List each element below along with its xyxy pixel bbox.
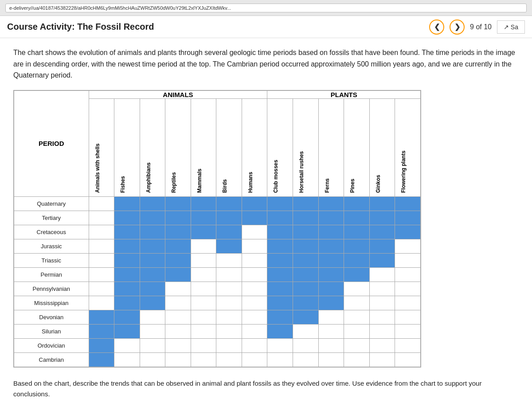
data-cell-triassic-fishes xyxy=(114,253,140,267)
data-cell-mississippian-animals-with-shells xyxy=(89,296,114,310)
period-cell-jurassic: Jurassic xyxy=(14,239,89,253)
data-cell-triassic-animals-with-shells xyxy=(89,253,114,267)
data-cell-quaternary-horsetail-rushes xyxy=(293,196,319,211)
data-cell-cretaceous-mammals xyxy=(191,225,216,239)
data-cell-mississippian-amphibians xyxy=(140,296,165,310)
table-row: Quaternary xyxy=(14,196,421,211)
data-cell-triassic-horsetail-rushes xyxy=(293,253,319,267)
data-cell-devonian-ginkos xyxy=(369,310,395,324)
question-text: Based on the chart, describe the trends … xyxy=(13,378,519,399)
data-cell-tertiary-pines xyxy=(344,211,370,225)
data-cell-jurassic-birds xyxy=(216,239,242,253)
data-cell-mississippian-reptiles xyxy=(165,296,191,310)
data-cell-cretaceous-animals-with-shells xyxy=(89,225,114,239)
data-cell-triassic-amphibians xyxy=(140,253,165,267)
data-cell-quaternary-humans xyxy=(242,196,267,211)
data-cell-cretaceous-fishes xyxy=(114,225,140,239)
data-cell-triassic-ferns xyxy=(318,253,344,267)
data-cell-quaternary-amphibians xyxy=(140,196,165,211)
col-header-reptiles: Reptiles xyxy=(165,98,191,196)
save-button[interactable]: ↗ Sa xyxy=(497,20,525,34)
data-cell-mississippian-ferns xyxy=(318,296,344,310)
table-row: Ordovician xyxy=(14,338,421,352)
data-cell-tertiary-mammals xyxy=(191,211,216,225)
data-cell-triassic-club-mosses xyxy=(267,253,293,267)
data-cell-devonian-club-mosses xyxy=(267,310,293,324)
data-cell-cretaceous-ferns xyxy=(318,225,344,239)
data-cell-silurian-humans xyxy=(242,324,267,338)
data-cell-permian-ferns xyxy=(318,267,344,282)
data-cell-devonian-mammals xyxy=(191,310,216,324)
data-cell-pennsylvanian-flowering-plants xyxy=(395,282,421,296)
data-cell-cambrian-club-mosses xyxy=(267,352,293,367)
data-cell-jurassic-ginkos xyxy=(369,239,395,253)
data-cell-tertiary-reptiles xyxy=(165,211,191,225)
data-cell-triassic-mammals xyxy=(191,253,216,267)
table-row: Cambrian xyxy=(14,352,421,367)
table-row: Tertiary xyxy=(14,211,421,225)
data-cell-jurassic-pines xyxy=(344,239,370,253)
table-row: Devonian xyxy=(14,310,421,324)
data-cell-pennsylvanian-ginkos xyxy=(369,282,395,296)
data-cell-pennsylvanian-horsetail-rushes xyxy=(293,282,319,296)
data-cell-silurian-amphibians xyxy=(140,324,165,338)
data-cell-jurassic-humans xyxy=(242,239,267,253)
url-bar[interactable]: e-delivery//ua/40187/45382228/aHR0cHM6Ly… xyxy=(5,4,527,12)
table-row: Mississippian xyxy=(14,296,421,310)
data-cell-silurian-animals-with-shells xyxy=(89,324,114,338)
col-header-ferns: Ferns xyxy=(318,98,344,196)
data-cell-ordovician-birds xyxy=(216,338,242,352)
data-cell-devonian-animals-with-shells xyxy=(89,310,114,324)
data-cell-pennsylvanian-mammals xyxy=(191,282,216,296)
data-cell-jurassic-club-mosses xyxy=(267,239,293,253)
data-cell-ordovician-flowering-plants xyxy=(395,338,421,352)
data-cell-quaternary-reptiles xyxy=(165,196,191,211)
data-cell-permian-humans xyxy=(242,267,267,282)
data-cell-cretaceous-humans xyxy=(242,225,267,239)
data-cell-permian-horsetail-rushes xyxy=(293,267,319,282)
data-cell-cambrian-fishes xyxy=(114,352,140,367)
next-button[interactable]: ❯ xyxy=(450,20,465,35)
col-header-pines: Pines xyxy=(344,98,370,196)
data-cell-jurassic-mammals xyxy=(191,239,216,253)
data-cell-pennsylvanian-amphibians xyxy=(140,282,165,296)
data-cell-quaternary-pines xyxy=(344,196,370,211)
data-cell-ordovician-reptiles xyxy=(165,338,191,352)
table-row: Pennsylvanian xyxy=(14,282,421,296)
data-cell-quaternary-ginkos xyxy=(369,196,395,211)
data-cell-permian-club-mosses xyxy=(267,267,293,282)
data-cell-silurian-reptiles xyxy=(165,324,191,338)
prev-button[interactable]: ❮ xyxy=(429,20,444,35)
data-cell-devonian-reptiles xyxy=(165,310,191,324)
data-cell-silurian-birds xyxy=(216,324,242,338)
data-cell-triassic-humans xyxy=(242,253,267,267)
data-cell-jurassic-animals-with-shells xyxy=(89,239,114,253)
data-cell-mississippian-pines xyxy=(344,296,370,310)
data-cell-cambrian-animals-with-shells xyxy=(89,352,114,367)
data-cell-pennsylvanian-animals-with-shells xyxy=(89,282,114,296)
data-cell-mississippian-club-mosses xyxy=(267,296,293,310)
data-cell-permian-flowering-plants xyxy=(395,267,421,282)
data-cell-mississippian-ginkos xyxy=(369,296,395,310)
data-cell-mississippian-humans xyxy=(242,296,267,310)
data-cell-permian-reptiles xyxy=(165,267,191,282)
data-cell-triassic-reptiles xyxy=(165,253,191,267)
data-cell-permian-ginkos xyxy=(369,267,395,282)
data-cell-quaternary-mammals xyxy=(191,196,216,211)
data-cell-cambrian-humans xyxy=(242,352,267,367)
data-cell-silurian-flowering-plants xyxy=(395,324,421,338)
data-cell-cambrian-birds xyxy=(216,352,242,367)
data-cell-mississippian-horsetail-rushes xyxy=(293,296,319,310)
data-cell-pennsylvanian-pines xyxy=(344,282,370,296)
col-header-birds: Birds xyxy=(216,98,242,196)
data-cell-quaternary-ferns xyxy=(318,196,344,211)
data-cell-ordovician-club-mosses xyxy=(267,338,293,352)
data-cell-tertiary-club-mosses xyxy=(267,211,293,225)
data-cell-cretaceous-horsetail-rushes xyxy=(293,225,319,239)
main-content: The chart shows the evolution of animals… xyxy=(0,38,532,399)
data-cell-cretaceous-amphibians xyxy=(140,225,165,239)
data-cell-pennsylvanian-club-mosses xyxy=(267,282,293,296)
col-header-amphibians: Amphibians xyxy=(140,98,165,196)
data-cell-jurassic-ferns xyxy=(318,239,344,253)
data-cell-cambrian-horsetail-rushes xyxy=(293,352,319,367)
